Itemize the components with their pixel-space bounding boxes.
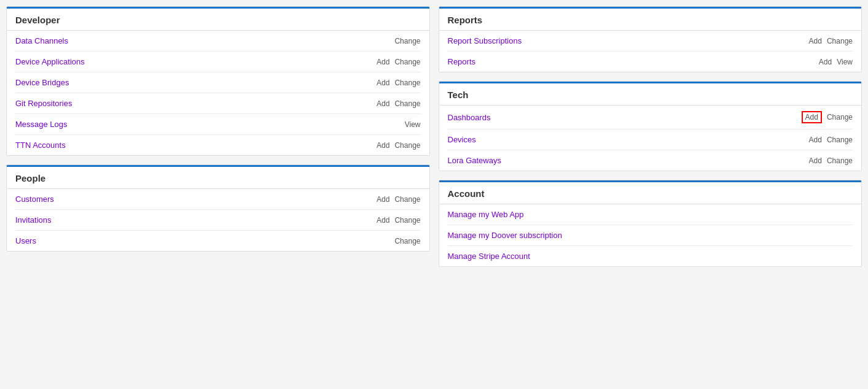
right-column: Reports Report Subscriptions Add Change … — [439, 6, 862, 267]
git-repositories-change[interactable]: Change — [394, 99, 420, 108]
people-card: People Customers Add Change Invitations … — [6, 164, 430, 252]
reports-title: Reports — [448, 15, 853, 25]
devices-add[interactable]: Add — [809, 136, 822, 144]
dashboards-link[interactable]: Dashboards — [448, 113, 802, 122]
device-bridges-actions: Add Change — [377, 79, 420, 87]
developer-body: Data Channels Change Device Applications… — [7, 31, 429, 155]
table-row: Git Repositories Add Change — [15, 93, 421, 114]
account-header: Account — [439, 180, 862, 204]
people-title: People — [15, 173, 421, 183]
table-row: Device Bridges Add Change — [15, 72, 421, 93]
device-bridges-change[interactable]: Change — [394, 79, 420, 87]
reports-view[interactable]: View — [837, 58, 853, 66]
dashboards-actions: Add Change — [802, 111, 853, 123]
device-applications-link[interactable]: Device Applications — [15, 57, 377, 66]
devices-link[interactable]: Devices — [448, 135, 809, 144]
table-row: Customers Add Change — [15, 189, 421, 210]
main-grid: Developer Data Channels Change Device Ap… — [6, 6, 862, 267]
table-row: Manage my Doover subscription — [448, 225, 853, 246]
table-row: Invitations Add Change — [15, 210, 421, 231]
users-change[interactable]: Change — [394, 237, 420, 245]
ttn-accounts-link[interactable]: TTN Accounts — [15, 141, 377, 150]
table-row: Devices Add Change — [448, 129, 853, 150]
reports-header: Reports — [439, 7, 862, 31]
device-bridges-link[interactable]: Device Bridges — [15, 78, 377, 87]
table-row: Report Subscriptions Add Change — [448, 31, 853, 52]
manage-stripe-link[interactable]: Manage Stripe Account — [448, 252, 853, 261]
message-logs-link[interactable]: Message Logs — [15, 120, 405, 129]
device-applications-add[interactable]: Add — [377, 58, 389, 66]
message-logs-view[interactable]: View — [405, 120, 421, 129]
account-title: Account — [448, 188, 853, 199]
data-channels-link[interactable]: Data Channels — [15, 36, 394, 45]
lora-gateways-link[interactable]: Lora Gateways — [448, 156, 809, 165]
table-row: Users Change — [15, 231, 421, 251]
device-applications-change[interactable]: Change — [394, 58, 420, 66]
table-row: TTN Accounts Add Change — [15, 135, 421, 155]
report-subscriptions-add[interactable]: Add — [809, 37, 822, 45]
dashboards-change[interactable]: Change — [827, 113, 853, 121]
developer-title: Developer — [15, 15, 421, 25]
lora-gateways-actions: Add Change — [809, 156, 853, 165]
device-applications-actions: Add Change — [377, 58, 420, 66]
table-row: Data Channels Change — [15, 31, 421, 52]
device-bridges-add[interactable]: Add — [377, 79, 389, 87]
data-channels-change[interactable]: Change — [394, 37, 420, 45]
message-logs-actions: View — [405, 120, 421, 129]
ttn-accounts-change[interactable]: Change — [394, 141, 420, 150]
reports-add[interactable]: Add — [819, 58, 832, 66]
users-actions: Change — [394, 237, 420, 245]
data-channels-actions: Change — [394, 37, 420, 45]
invitations-change[interactable]: Change — [394, 216, 420, 225]
report-subscriptions-actions: Add Change — [809, 37, 853, 45]
table-row: Message Logs View — [15, 114, 421, 135]
ttn-accounts-add[interactable]: Add — [377, 141, 389, 150]
developer-header: Developer — [7, 7, 429, 31]
git-repositories-actions: Add Change — [377, 99, 420, 108]
report-subscriptions-change[interactable]: Change — [827, 37, 853, 45]
reports-link[interactable]: Reports — [448, 57, 819, 66]
lora-gateways-change[interactable]: Change — [827, 156, 853, 165]
report-subscriptions-link[interactable]: Report Subscriptions — [448, 36, 809, 45]
developer-card: Developer Data Channels Change Device Ap… — [6, 6, 430, 156]
table-row: Device Applications Add Change — [15, 52, 421, 72]
people-body: Customers Add Change Invitations Add Cha… — [7, 189, 429, 251]
dashboards-add[interactable]: Add — [802, 111, 822, 123]
manage-web-app-link[interactable]: Manage my Web App — [448, 210, 853, 219]
lora-gateways-add[interactable]: Add — [809, 156, 822, 165]
table-row: Manage my Web App — [448, 204, 853, 225]
users-link[interactable]: Users — [15, 236, 394, 245]
tech-header: Tech — [439, 82, 862, 106]
tech-title: Tech — [448, 90, 853, 100]
tech-card: Tech Dashboards Add Change Devices Add C… — [439, 81, 862, 171]
table-row: Dashboards Add Change — [448, 106, 853, 129]
ttn-accounts-actions: Add Change — [377, 141, 420, 150]
customers-actions: Add Change — [377, 195, 420, 204]
customers-link[interactable]: Customers — [15, 194, 377, 204]
invitations-actions: Add Change — [377, 216, 420, 225]
git-repositories-add[interactable]: Add — [377, 99, 389, 108]
table-row: Manage Stripe Account — [448, 246, 853, 266]
table-row: Lora Gateways Add Change — [448, 150, 853, 171]
reports-body: Report Subscriptions Add Change Reports … — [439, 31, 862, 72]
invitations-add[interactable]: Add — [377, 216, 389, 225]
customers-add[interactable]: Add — [377, 195, 389, 204]
table-row: Reports Add View — [448, 52, 853, 72]
manage-doover-link[interactable]: Manage my Doover subscription — [448, 231, 853, 240]
people-header: People — [7, 165, 429, 189]
devices-change[interactable]: Change — [827, 136, 853, 144]
invitations-link[interactable]: Invitations — [15, 215, 377, 225]
reports-item-actions: Add View — [819, 58, 853, 66]
account-card: Account Manage my Web App Manage my Doov… — [439, 180, 862, 267]
account-body: Manage my Web App Manage my Doover subsc… — [439, 204, 862, 266]
reports-card: Reports Report Subscriptions Add Change … — [439, 6, 862, 72]
tech-body: Dashboards Add Change Devices Add Change… — [439, 106, 862, 171]
git-repositories-link[interactable]: Git Repositories — [15, 99, 377, 108]
devices-actions: Add Change — [809, 136, 853, 144]
customers-change[interactable]: Change — [394, 195, 420, 204]
left-column: Developer Data Channels Change Device Ap… — [6, 6, 430, 267]
